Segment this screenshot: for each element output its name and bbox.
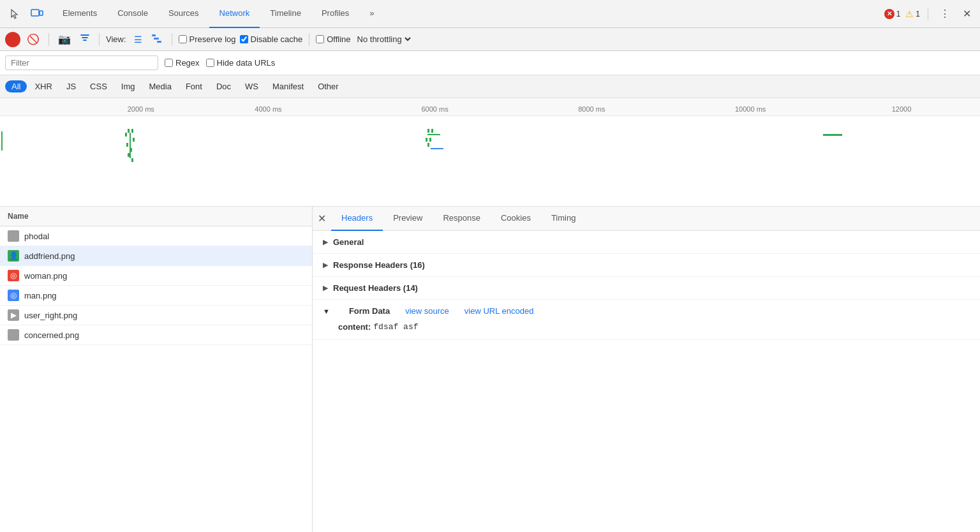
tab-profiles[interactable]: Profiles — [311, 0, 359, 28]
section-arrow-response-headers: ▶ — [323, 261, 328, 269]
section-request-headers[interactable]: ▶Request Headers (14) — [313, 277, 980, 300]
detail-tab-headers[interactable]: Headers — [331, 207, 383, 231]
regex-label[interactable]: Regex — [165, 58, 200, 68]
toolbar-divider5 — [309, 33, 309, 46]
list-item[interactable]: ◎woman.png — [0, 266, 312, 286]
field-name: content: — [338, 322, 371, 332]
detail-tab-cookies[interactable]: Cookies — [491, 207, 541, 231]
filter-type-all[interactable]: All — [5, 80, 27, 92]
file-icon — [8, 230, 19, 242]
file-list-panel: Name phodal👤addfriend.png◎woman.png◎man.… — [0, 207, 313, 532]
tab-elements[interactable]: Elements — [52, 0, 107, 28]
filter-bar: Regex Hide data URLs — [0, 51, 980, 75]
disable-cache-checkbox[interactable] — [240, 35, 248, 43]
preserve-log-label[interactable]: Preserve log — [179, 34, 236, 44]
tab-timeline[interactable]: Timeline — [260, 0, 311, 28]
detail-tab-response[interactable]: Response — [433, 207, 491, 231]
list-item[interactable]: ▶user_right.png — [0, 306, 312, 325]
svg-rect-1 — [40, 11, 43, 15]
filter-button[interactable] — [77, 32, 93, 47]
filter-type-ws[interactable]: WS — [239, 80, 265, 92]
filter-type-other[interactable]: Other — [311, 80, 345, 92]
ruler-tick: 6000 ms — [421, 98, 448, 115]
cursor-icon[interactable] — [5, 6, 24, 22]
filter-type-doc[interactable]: Doc — [210, 80, 237, 92]
section-title-general: General — [333, 237, 364, 247]
error-badge: ✕ 1 — [884, 9, 901, 19]
section-response-headers[interactable]: ▶Response Headers (16) — [313, 254, 980, 277]
more-tools-button[interactable]: ⋮ — [936, 5, 954, 22]
toolbar-divider3 — [99, 33, 100, 46]
waterfall-view-button[interactable] — [149, 32, 165, 47]
file-name: concerned.png — [24, 330, 79, 340]
filter-type-manifest[interactable]: Manifest — [266, 80, 310, 92]
form-data-arrow: ▼ — [323, 307, 330, 315]
waterfall-group-left — [1, 131, 3, 163]
filter-type-img[interactable]: Img — [115, 80, 142, 92]
list-item[interactable]: 👤addfriend.png — [0, 246, 312, 266]
close-panel-button[interactable]: ✕ — [313, 210, 331, 227]
form-data-field: content: fdsaf asf — [323, 321, 970, 333]
filter-input[interactable] — [5, 55, 158, 70]
filter-type-css[interactable]: CSS — [84, 80, 114, 92]
tab-console[interactable]: Console — [107, 0, 158, 28]
file-icon: ◎ — [8, 270, 19, 281]
list-item[interactable]: ◎man.png — [0, 286, 312, 306]
offline-label[interactable]: Offline — [316, 34, 350, 44]
record-button[interactable] — [5, 32, 20, 47]
ruler-tick: 4000 ms — [255, 98, 281, 115]
list-item[interactable]: phodal — [0, 226, 312, 246]
error-count: 1 — [896, 10, 901, 18]
list-view-button[interactable]: ☰ — [131, 33, 145, 46]
warning-count: 1 — [916, 10, 920, 18]
file-name: user_right.png — [24, 311, 77, 320]
tab-sources[interactable]: Sources — [158, 0, 209, 28]
dev-tools-tabs: Elements Console Sources Network Timelin… — [52, 0, 385, 28]
svg-rect-4 — [157, 41, 161, 43]
file-icon: ◎ — [8, 290, 19, 301]
ruler-tick: 2000 ms — [128, 98, 154, 115]
clear-button[interactable]: 🚫 — [24, 32, 42, 47]
toolbar-right: ✕ 1 ⚠ 1 ⋮ ✕ — [884, 5, 975, 22]
preserve-log-checkbox[interactable] — [179, 35, 187, 43]
svg-rect-0 — [31, 10, 39, 16]
toolbar-divider4 — [172, 33, 172, 46]
file-icon: ▶ — [8, 309, 19, 321]
regex-checkbox[interactable] — [165, 59, 173, 67]
details-panel: ✕ HeadersPreviewResponseCookiesTiming ▶G… — [313, 207, 980, 532]
filter-type-font[interactable]: Font — [179, 80, 209, 92]
section-arrow-general: ▶ — [323, 238, 328, 246]
error-icon: ✕ — [884, 9, 895, 19]
view-url-encoded-link[interactable]: view URL encoded — [464, 306, 534, 316]
offline-checkbox[interactable] — [316, 35, 324, 43]
second-toolbar: 🚫 📷 View: ☰ Preserve log Disable cache O… — [0, 28, 980, 51]
close-devtools-button[interactable]: ✕ — [959, 5, 975, 22]
filter-type-js[interactable]: JS — [60, 80, 82, 92]
ruler-tick: 8000 ms — [578, 98, 605, 115]
file-name: man.png — [24, 291, 57, 300]
tab-network[interactable]: Network — [209, 0, 260, 28]
filter-type-media[interactable]: Media — [142, 80, 177, 92]
filter-type-bar: AllXHRJSCSSImgMediaFontDocWSManifestOthe… — [0, 75, 980, 98]
svg-rect-3 — [154, 38, 159, 40]
ruler-tick: 10000 ms — [735, 98, 766, 115]
form-data-section: ▼ Form Data view source view URL encoded… — [313, 300, 980, 340]
tab-more[interactable]: » — [359, 0, 384, 28]
throttle-select[interactable]: No throttling — [355, 34, 413, 45]
device-icon[interactable] — [27, 6, 47, 22]
camera-button[interactable]: 📷 — [56, 32, 73, 47]
detail-tab-timing[interactable]: Timing — [541, 207, 586, 231]
filter-type-xhr[interactable]: XHR — [28, 80, 58, 92]
top-toolbar: Elements Console Sources Network Timelin… — [0, 0, 980, 28]
file-name: phodal — [24, 232, 49, 241]
hide-data-urls-checkbox[interactable] — [206, 59, 214, 67]
toolbar-divider2 — [48, 33, 49, 46]
section-general[interactable]: ▶General — [313, 231, 980, 254]
list-item[interactable]: concerned.png — [0, 325, 312, 345]
hide-data-urls-label[interactable]: Hide data URLs — [206, 58, 276, 68]
detail-tab-preview[interactable]: Preview — [383, 207, 433, 231]
file-icon — [8, 329, 19, 341]
svg-rect-2 — [152, 34, 156, 36]
view-source-link[interactable]: view source — [405, 306, 449, 316]
disable-cache-label[interactable]: Disable cache — [240, 34, 303, 44]
